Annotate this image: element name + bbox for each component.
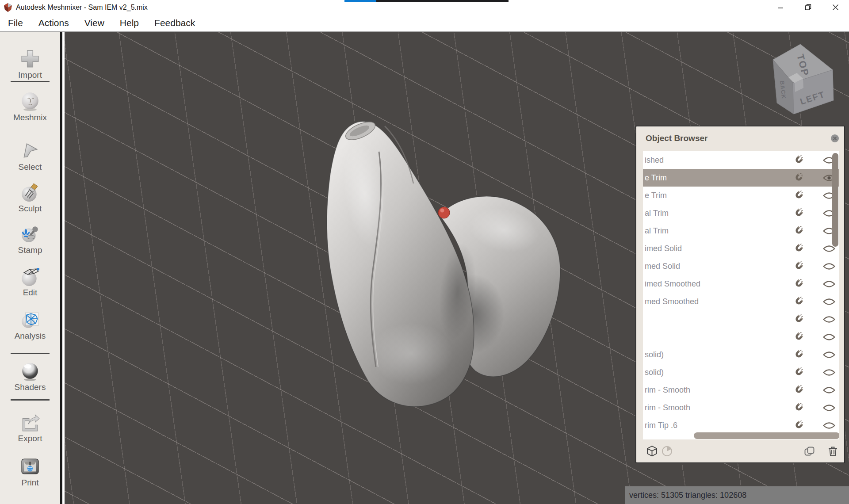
sidebar-separator — [11, 353, 50, 354]
object-list-row[interactable]: med Solid — [643, 257, 839, 275]
top-blue-strip — [344, 0, 376, 2]
edit-tool[interactable]: Edit — [0, 266, 60, 298]
titlebar: Autodesk Meshmixer - Sam IEM v2_5.mix — [0, 0, 849, 15]
object-browser-toolbar — [636, 439, 844, 462]
magnet-icon[interactable] — [793, 385, 804, 396]
magnet-icon[interactable] — [793, 244, 804, 254]
menu-help[interactable]: Help — [120, 18, 139, 28]
object-browser-header: Object Browser — [636, 126, 844, 150]
magnet-icon[interactable] — [793, 367, 804, 378]
object-name-label: rim - Smooth — [645, 399, 690, 416]
object-list-row[interactable]: ished — [643, 151, 839, 169]
horizontal-scrollbar[interactable] — [694, 432, 839, 439]
magnet-icon[interactable] — [793, 173, 804, 183]
eye-icon[interactable] — [822, 333, 836, 341]
vertical-scrollbar[interactable] — [832, 153, 838, 247]
object-list-row[interactable]: rim - Smooth — [643, 381, 839, 399]
object-list-row[interactable] — [643, 328, 839, 346]
menu-view[interactable]: View — [84, 18, 104, 28]
object-list-row[interactable]: al Trim — [643, 222, 839, 240]
window-title: Autodesk Meshmixer - Sam IEM v2_5.mix — [16, 4, 148, 11]
magnet-icon[interactable] — [793, 420, 804, 431]
object-list-row[interactable]: imed Smoothed — [643, 275, 839, 293]
eye-icon[interactable] — [822, 280, 836, 288]
red-marker-dot — [438, 207, 450, 218]
status-bar: vertices: 51305 triangles: 102608 — [625, 486, 849, 504]
meshmix-tool[interactable]: Meshmix — [0, 91, 60, 122]
object-list-row[interactable]: al Trim — [643, 204, 839, 222]
ear-impression-model[interactable] — [318, 106, 570, 420]
object-list-row[interactable]: solid) — [643, 363, 839, 381]
select-tool[interactable]: Select — [0, 141, 60, 172]
close-button[interactable] — [822, 0, 849, 15]
sphere-wireframe-icon — [20, 266, 40, 286]
eye-icon[interactable] — [822, 386, 836, 394]
magnet-icon[interactable] — [793, 155, 804, 166]
object-name-label: solid) — [645, 346, 664, 363]
magnet-icon[interactable] — [793, 332, 804, 343]
sculpt-tool[interactable]: Sculpt — [0, 182, 60, 214]
object-name-label: al Trim — [645, 222, 669, 240]
eye-icon[interactable] — [822, 316, 836, 323]
export-tool[interactable]: Export — [0, 412, 60, 443]
menu-file[interactable]: File — [8, 18, 23, 28]
duplicate-icon[interactable] — [803, 445, 815, 457]
object-list-row[interactable] — [643, 310, 839, 328]
eye-icon[interactable] — [822, 422, 836, 429]
object-list-row[interactable]: imed Solid — [643, 240, 839, 257]
tool-label: Export — [0, 434, 60, 443]
sphere-face-icon — [20, 91, 40, 111]
menu-feedback[interactable]: Feedback — [154, 18, 195, 28]
shaders-tool[interactable]: Shaders — [0, 361, 60, 392]
magnet-icon[interactable] — [793, 297, 804, 307]
eye-icon[interactable] — [822, 351, 836, 359]
minimize-button[interactable] — [767, 0, 794, 15]
magnet-icon[interactable] — [793, 208, 804, 219]
eye-icon[interactable] — [822, 369, 836, 376]
pivot-sphere-icon[interactable] — [661, 445, 673, 457]
trash-icon[interactable] — [827, 445, 839, 457]
object-browser-title: Object Browser — [646, 134, 708, 143]
sidebar-separator — [11, 399, 50, 401]
magnet-icon[interactable] — [793, 279, 804, 290]
object-name-label: rim - Smooth — [645, 381, 690, 399]
object-list-row[interactable]: solid) — [643, 346, 839, 363]
eye-icon[interactable] — [822, 404, 836, 412]
object-list-row[interactable]: e Trim — [643, 187, 839, 204]
eye-icon[interactable] — [822, 298, 836, 305]
menubar: File Actions View Help Feedback — [0, 15, 849, 32]
object-name-label: imed Smoothed — [645, 275, 700, 293]
menu-actions[interactable]: Actions — [38, 18, 69, 28]
object-browser-panel: Object Browser ished e Trim — [635, 126, 845, 463]
object-list-row[interactable]: med Smoothed — [643, 293, 839, 310]
tool-label: Analysis — [0, 331, 60, 341]
analysis-tool[interactable]: Analysis — [0, 309, 60, 341]
tool-label: Edit — [0, 288, 60, 298]
print-tool[interactable]: Print — [0, 456, 60, 488]
stamp-tool[interactable]: Stamp — [0, 224, 60, 255]
nav-cube[interactable]: TOP BACK LEFT — [769, 42, 838, 117]
stamp-fleur-icon — [20, 224, 40, 244]
object-name-label: solid) — [645, 363, 664, 381]
import-tool[interactable]: Import — [0, 49, 60, 80]
object-list-row[interactable]: rim - Smooth — [643, 399, 839, 416]
magnet-icon[interactable] — [793, 314, 804, 325]
cursor-arrow-icon — [20, 141, 40, 161]
object-list-row[interactable]: e Trim — [643, 169, 839, 187]
magnet-icon[interactable] — [793, 226, 804, 237]
object-list-row[interactable]: rim Tip .6 — [643, 416, 839, 434]
panel-close-icon[interactable] — [830, 134, 839, 143]
new-object-cube-icon[interactable] — [646, 445, 658, 457]
sidebar-separator — [11, 81, 50, 82]
eye-icon[interactable] — [822, 263, 836, 270]
tool-label: Shaders — [0, 382, 60, 392]
magnet-icon[interactable] — [793, 261, 804, 272]
object-list: ished e Trim e — [643, 151, 839, 439]
magnet-icon[interactable] — [793, 403, 804, 413]
top-black-strip — [376, 0, 509, 2]
restore-button[interactable] — [794, 0, 822, 15]
magnet-icon[interactable] — [793, 350, 804, 360]
meshmixer-logo-icon — [4, 3, 12, 12]
tool-label: Import — [0, 70, 60, 80]
magnet-icon[interactable] — [793, 191, 804, 201]
